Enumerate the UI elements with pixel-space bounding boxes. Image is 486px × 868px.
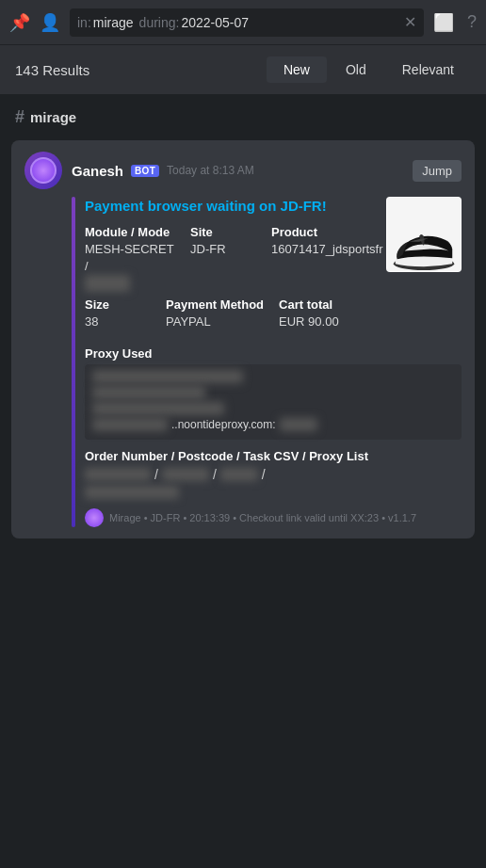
avatar xyxy=(24,152,62,189)
field-module-value: MESH-SECRET / xyxy=(85,241,175,293)
hash-icon: # xyxy=(15,107,24,127)
field-cart-value: EUR 90.00 xyxy=(279,313,345,330)
blurred-proxy-3 xyxy=(92,402,224,415)
order-row: / / / xyxy=(85,467,462,482)
message-header: Ganesh BOT Today at 8:13 AM Jump xyxy=(24,152,462,189)
field-site-label: Site xyxy=(190,225,256,239)
blurred-proxy-4 xyxy=(92,418,168,431)
slash-2: / xyxy=(213,467,217,482)
slash-3: / xyxy=(262,467,266,482)
avatar-inner xyxy=(30,157,57,184)
field-site: Site JD-FR xyxy=(190,225,256,293)
pin-icon[interactable]: 📌 xyxy=(9,12,30,33)
proxy-suffix: ..noontideproxy.com: xyxy=(171,418,276,431)
field-size-value: 38 xyxy=(85,313,151,330)
slash-1: / xyxy=(154,467,158,482)
field-size: Size 38 xyxy=(85,297,151,330)
proxy-block: ..noontideproxy.com: xyxy=(85,364,462,440)
top-bar-right-icons: ⬜ ? xyxy=(433,12,477,33)
order-label: Order Number / Postcode / Task CSV / Pro… xyxy=(85,449,462,463)
tab-old[interactable]: Old xyxy=(329,56,383,83)
results-bar: 143 Results New Old Relevant xyxy=(0,45,486,94)
user-icon[interactable]: 👤 xyxy=(40,12,60,33)
embed-title: Payment browser waiting on JD-FR! xyxy=(85,197,377,216)
username: Ganesh xyxy=(72,163,123,179)
blurred-extra xyxy=(85,275,130,292)
blurred-proxy-5 xyxy=(280,418,317,431)
sort-tabs: New Old Relevant xyxy=(267,56,471,83)
message-card: Ganesh BOT Today at 8:13 AM Jump Payment… xyxy=(11,140,475,538)
proxy-label: Proxy Used xyxy=(85,346,462,361)
top-bar: 📌 👤 in:mirage during:2022-05-07 ✕ ⬜ ? xyxy=(0,0,486,45)
blurred-proxy-2 xyxy=(92,386,205,399)
tab-new[interactable]: New xyxy=(267,56,327,83)
field-cart-label: Cart total xyxy=(279,297,345,312)
search-clear-button[interactable]: ✕ xyxy=(404,13,416,31)
field-product-value: 16071417_jdsportsfr xyxy=(271,241,377,258)
embed-wrapper: Payment browser waiting on JD-FR! Module… xyxy=(85,197,462,527)
proxy-line-4: ..noontideproxy.com: xyxy=(92,418,454,431)
blurred-order-3 xyxy=(220,468,258,481)
message-body: Payment browser waiting on JD-FR! Module… xyxy=(72,197,462,527)
proxy-line-1 xyxy=(92,370,454,383)
search-during-label: during:2022-05-07 xyxy=(139,15,249,30)
blurred-order-1 xyxy=(85,468,151,481)
tab-relevant[interactable]: Relevant xyxy=(385,56,471,83)
field-product-label: Product xyxy=(271,225,377,239)
blurred-order-4 xyxy=(85,486,179,499)
channel-heading: # mirage xyxy=(0,94,486,133)
blurred-proxy-1 xyxy=(92,370,243,383)
fields-row-2: Size 38 Payment Method PAYPAL Cart total… xyxy=(85,297,377,330)
field-payment: Payment Method PAYPAL xyxy=(166,297,264,330)
fields-row-1: Module / Mode MESH-SECRET / Site JD-FR xyxy=(85,225,377,293)
embed: Payment browser waiting on JD-FR! Module… xyxy=(85,197,377,337)
proxy-line-3 xyxy=(92,402,454,415)
footer-text: Mirage • JD-FR • 20:13:39 • Checkout lin… xyxy=(109,512,416,523)
message-footer: Mirage • JD-FR • 20:13:39 • Checkout lin… xyxy=(85,508,462,527)
field-product: Product 16071417_jdsportsfr xyxy=(271,225,377,293)
order-row-2 xyxy=(85,486,462,499)
product-thumbnail xyxy=(386,197,462,272)
results-count: 143 Results xyxy=(15,62,257,78)
message-inner: Payment browser waiting on JD-FR! Module… xyxy=(72,197,462,527)
timestamp: Today at 8:13 AM xyxy=(167,164,254,177)
field-module: Module / Mode MESH-SECRET / xyxy=(85,225,175,293)
channel-name: mirage xyxy=(30,109,76,125)
search-pill[interactable]: in:mirage during:2022-05-07 ✕ xyxy=(70,8,424,37)
shoe-image xyxy=(387,198,461,271)
help-icon[interactable]: ? xyxy=(467,12,477,33)
field-size-label: Size xyxy=(85,297,151,312)
jump-button[interactable]: Jump xyxy=(413,160,462,182)
field-module-label: Module / Mode xyxy=(85,225,175,239)
field-site-value: JD-FR xyxy=(190,241,256,258)
blurred-order-2 xyxy=(162,468,209,481)
message-meta: Ganesh BOT Today at 8:13 AM xyxy=(72,163,403,179)
search-in-label: in:mirage xyxy=(77,15,134,30)
accent-bar xyxy=(72,197,75,527)
content-row: Payment browser waiting on JD-FR! Module… xyxy=(85,197,462,337)
footer-avatar xyxy=(85,508,104,527)
field-payment-label: Payment Method xyxy=(166,297,264,312)
monitor-icon[interactable]: ⬜ xyxy=(433,12,454,33)
bot-badge: BOT xyxy=(131,165,159,177)
proxy-line-2 xyxy=(92,386,454,399)
field-payment-value: PAYPAL xyxy=(166,313,264,330)
field-cart: Cart total EUR 90.00 xyxy=(279,297,345,330)
